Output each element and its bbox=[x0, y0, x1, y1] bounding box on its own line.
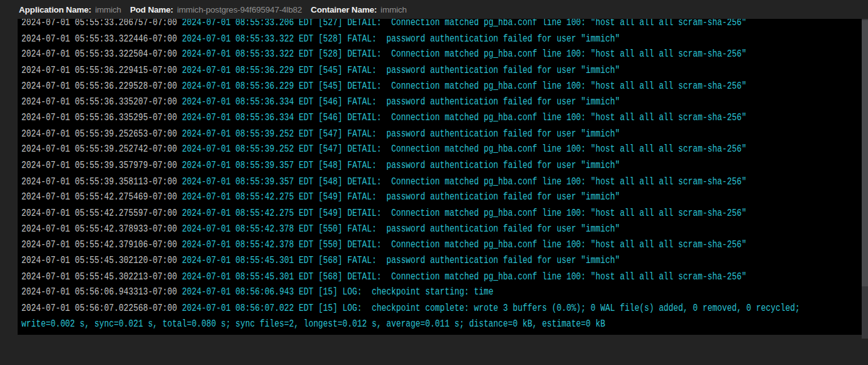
log-timestamp: 2024-07-01 05:55:39.357979-07:00 bbox=[21, 159, 177, 171]
log-row: 2024-07-01 05:55:36.229528-07:00 2024-07… bbox=[21, 79, 858, 94]
log-timestamp: 2024-07-01 05:55:33.322446-07:00 bbox=[21, 32, 177, 45]
log-message: 2024-07-01 08:55:42.378 EDT [550] DETAIL… bbox=[177, 238, 747, 250]
log-message: 2024-07-01 08:55:45.301 EDT [568] DETAIL… bbox=[177, 270, 747, 283]
log-timestamp: 2024-07-01 05:55:36.229528-07:00 bbox=[21, 79, 177, 92]
log-timestamp: 2024-07-01 05:55:36.229415-07:00 bbox=[21, 64, 177, 76]
log-row: 2024-07-01 05:56:06.943313-07:00 2024-07… bbox=[21, 285, 858, 301]
log-output-panel[interactable]: 2024-07-01 05:55:33.206757-07:00 2024-07… bbox=[18, 19, 862, 335]
log-message: 2024-07-01 08:55:39.252 EDT [547] DETAIL… bbox=[177, 143, 747, 155]
log-message: 2024-07-01 08:56:06.943 EDT [15] LOG: ch… bbox=[177, 286, 494, 298]
container-name-value: immich bbox=[381, 5, 407, 14]
log-header-bar: Application Name: immich Pod Name: immic… bbox=[0, 0, 868, 19]
log-row: 2024-07-01 05:55:36.335207-07:00 2024-07… bbox=[21, 94, 858, 110]
application-name-value: immich bbox=[95, 5, 121, 14]
log-message: 2024-07-01 08:55:39.357 EDT [548] FATAL:… bbox=[177, 159, 620, 171]
log-timestamp: 2024-07-01 05:55:42.275597-07:00 bbox=[21, 206, 177, 219]
pod-name-value: immich-postgres-94f695947-4lb82 bbox=[177, 5, 302, 14]
log-message: 2024-07-01 08:55:42.378 EDT [550] FATAL:… bbox=[177, 222, 620, 235]
log-message: 2024-07-01 08:55:36.229 EDT [545] DETAIL… bbox=[177, 79, 747, 92]
log-row: 2024-07-01 05:55:39.358113-07:00 2024-07… bbox=[21, 174, 858, 189]
pod-name-label: Pod Name: bbox=[130, 5, 174, 14]
log-timestamp: 2024-07-01 05:55:36.335207-07:00 bbox=[21, 95, 177, 108]
log-timestamp: 2024-07-01 05:55:39.358113-07:00 bbox=[21, 174, 177, 187]
log-message: 2024-07-01 08:55:39.357 EDT [548] DETAIL… bbox=[177, 174, 747, 187]
log-row: 2024-07-01 05:55:33.322504-07:00 2024-07… bbox=[21, 47, 858, 62]
log-scrollbar-thumb[interactable] bbox=[862, 20, 868, 286]
application-name-label: Application Name: bbox=[19, 5, 91, 14]
log-row: 2024-07-01 05:55:42.275597-07:00 2024-07… bbox=[21, 205, 858, 221]
log-message: 2024-07-01 08:55:33.206 EDT [527] DETAIL… bbox=[177, 19, 747, 29]
log-timestamp: 2024-07-01 05:55:39.252653-07:00 bbox=[21, 127, 177, 140]
log-row: 2024-07-01 05:55:33.206757-07:00 2024-07… bbox=[21, 19, 858, 31]
log-timestamp: 2024-07-01 05:55:42.378933-07:00 bbox=[21, 222, 177, 235]
log-row: 2024-07-01 05:55:36.229415-07:00 2024-07… bbox=[21, 63, 858, 79]
log-message: 2024-07-01 08:55:33.322 EDT [528] DETAIL… bbox=[177, 48, 747, 60]
log-timestamp: 2024-07-01 05:55:33.206757-07:00 bbox=[21, 19, 177, 29]
log-message: 2024-07-01 08:55:36.334 EDT [546] FATAL:… bbox=[177, 95, 620, 108]
log-row: 2024-07-01 05:55:39.252742-07:00 2024-07… bbox=[21, 142, 858, 158]
log-timestamp: 2024-07-01 05:56:07.022568-07:00 bbox=[21, 301, 177, 314]
log-message: 2024-07-01 08:55:42.275 EDT [549] FATAL:… bbox=[177, 191, 620, 203]
container-name-label: Container Name: bbox=[311, 5, 377, 14]
log-timestamp: 2024-07-01 05:55:33.322504-07:00 bbox=[21, 48, 177, 60]
pod-logs-view: Application Name: immich Pod Name: immic… bbox=[0, 0, 868, 365]
log-scrollbar-track[interactable] bbox=[862, 19, 868, 339]
log-timestamp: 2024-07-01 05:56:06.943313-07:00 bbox=[21, 286, 177, 298]
log-row: 2024-07-01 05:55:42.378933-07:00 2024-07… bbox=[21, 222, 858, 237]
log-timestamp: 2024-07-01 05:55:42.275469-07:00 bbox=[21, 191, 177, 203]
log-timestamp: 2024-07-01 05:55:45.302120-07:00 bbox=[21, 254, 177, 266]
log-row: 2024-07-01 05:55:42.379106-07:00 2024-07… bbox=[21, 237, 858, 253]
log-content: 2024-07-01 05:55:33.206757-07:00 2024-07… bbox=[18, 19, 858, 332]
log-row: 2024-07-01 05:55:33.322446-07:00 2024-07… bbox=[21, 31, 858, 47]
log-message: 2024-07-01 08:55:45.301 EDT [568] FATAL:… bbox=[177, 254, 620, 266]
log-message: 2024-07-01 08:55:36.334 EDT [546] DETAIL… bbox=[177, 111, 747, 124]
log-row: 2024-07-01 05:55:36.335295-07:00 2024-07… bbox=[21, 110, 858, 126]
log-row: 2024-07-01 05:56:07.022568-07:00 2024-07… bbox=[21, 301, 858, 332]
log-row: 2024-07-01 05:55:39.252653-07:00 2024-07… bbox=[21, 126, 858, 142]
log-timestamp: 2024-07-01 05:55:39.252742-07:00 bbox=[21, 143, 177, 155]
log-message: 2024-07-01 08:55:33.322 EDT [528] FATAL:… bbox=[177, 32, 620, 45]
log-timestamp: 2024-07-01 05:55:36.335295-07:00 bbox=[21, 111, 177, 124]
log-message: 2024-07-01 08:55:39.252 EDT [547] FATAL:… bbox=[177, 127, 620, 140]
log-timestamp: 2024-07-01 05:55:45.302213-07:00 bbox=[21, 270, 177, 283]
log-row: 2024-07-01 05:55:45.302120-07:00 2024-07… bbox=[21, 253, 858, 269]
log-message: 2024-07-01 08:55:42.275 EDT [549] DETAIL… bbox=[177, 206, 747, 219]
log-row: 2024-07-01 05:55:45.302213-07:00 2024-07… bbox=[21, 269, 858, 284]
log-row: 2024-07-01 05:55:42.275469-07:00 2024-07… bbox=[21, 189, 858, 205]
log-message: 2024-07-01 08:55:36.229 EDT [545] FATAL:… bbox=[177, 64, 620, 76]
log-timestamp: 2024-07-01 05:55:42.379106-07:00 bbox=[21, 238, 177, 250]
log-row: 2024-07-01 05:55:39.357979-07:00 2024-07… bbox=[21, 158, 858, 174]
